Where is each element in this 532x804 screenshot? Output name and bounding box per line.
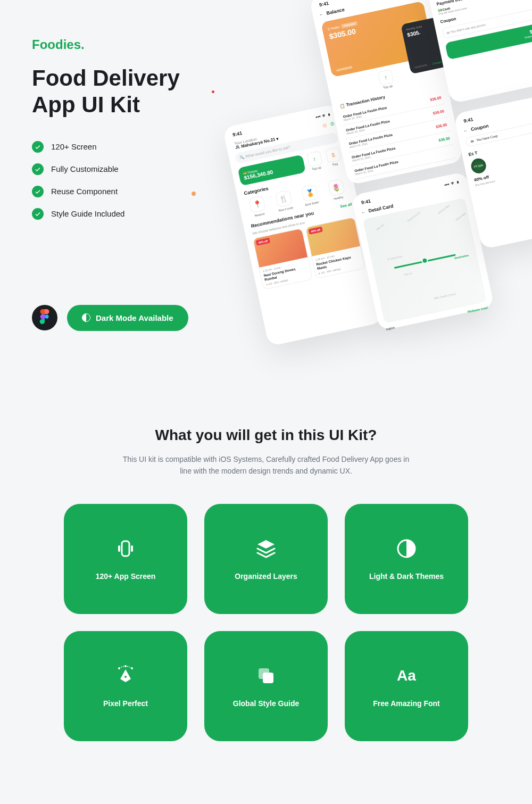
street-label: Villa Ter [375, 223, 385, 231]
coupon-note: You didn't use any promo [450, 23, 486, 34]
tx-price: $36.00 [435, 123, 447, 129]
topup-action[interactable]: ↑Top up [377, 69, 396, 90]
tile-pixel[interactable]: Pixel Perfect [64, 631, 187, 741]
check-icon [32, 186, 44, 197]
feature-label: 120+ Screen [51, 142, 96, 151]
redeem-link[interactable]: Redeem now! [468, 306, 488, 313]
svg-rect-2 [118, 545, 120, 552]
feature-label: Style Guide Included [51, 209, 124, 218]
dark-mode-button[interactable]: Dark Mode Available [67, 305, 188, 331]
tile-label: Free Amazing Font [373, 699, 440, 708]
section-desc: This UI kit is compatible with iOS Syste… [117, 453, 415, 477]
feature-item: Fully Customizable [32, 163, 223, 175]
feature-list: 120+ Screen Fully Customizable Reuse Com… [32, 141, 223, 220]
tile-layers[interactable]: Organized Layers [204, 504, 328, 614]
feature-item: 120+ Screen [32, 141, 223, 153]
cat-name: New Foods [274, 205, 298, 213]
coupon-text: You have Coup [476, 134, 498, 142]
tile-font[interactable]: Aa Free Amazing Font [345, 631, 468, 741]
phone-mockups: 9:41••• ᯤ ▮ Your LocationJl. Mahakarya N… [198, 0, 532, 384]
rec-card[interactable]: 35% off1.02 km · 8 minNasi Goreng Dower,… [253, 228, 313, 289]
map[interactable]: Villa Ter Claremont St Dinuba Ave Mono A… [363, 198, 487, 324]
status-time: 9:41 [232, 130, 243, 138]
card-number: #20405690 [414, 63, 428, 69]
layers-icon [254, 537, 278, 560]
svg-point-7 [131, 667, 133, 669]
tx-price: $38.00 [433, 109, 444, 115]
brand-logo: Foodies. [32, 37, 223, 52]
screen-title: Balance [326, 7, 345, 16]
feature-label: Fully Customizable [51, 164, 119, 173]
street-label: Dinuba Ave [437, 204, 450, 214]
check-icon [32, 208, 44, 220]
status-time: 9:41 [463, 117, 473, 124]
screen-title: Detail Card [368, 203, 394, 214]
discount-badge: 35% off [256, 238, 270, 246]
coupon-partial: oupon [386, 326, 395, 330]
cat-icon: 🏅 [301, 184, 319, 202]
badge-text: PT-15% [473, 163, 484, 169]
tx-price: $36.00 [430, 96, 442, 102]
back-button[interactable]: ← [361, 210, 366, 215]
category-nearest[interactable]: 📍Nearest [244, 195, 271, 219]
cat-name: Healthy [327, 194, 351, 202]
pen-icon [114, 664, 137, 687]
tile-label: Pixel Perfect [103, 699, 148, 708]
status-icons: ••• ᯤ ▮ [444, 179, 460, 188]
feature-item: Reuse Component [32, 186, 223, 197]
topup-icon: ↑ [306, 151, 323, 167]
tile-themes[interactable]: Light & Dark Themes [345, 504, 468, 614]
status-time: 9:41 [319, 1, 329, 8]
svg-rect-1 [122, 541, 129, 556]
status-icons: ••• ᯤ ▮ [315, 112, 331, 120]
figma-icon [39, 309, 50, 326]
feature-item: Style Guide Included [32, 208, 223, 220]
topup-icon: ↑ [378, 69, 394, 86]
tx-price: $36.00 [438, 136, 450, 142]
street-label: Mono Ave [455, 212, 466, 221]
headline: Food Delivery App UI Kit [32, 65, 223, 119]
svg-rect-3 [131, 545, 133, 552]
map-pin [421, 257, 428, 264]
features-section: What you will get in this UI Kit? This U… [0, 384, 532, 762]
back-button[interactable]: ← [319, 12, 324, 17]
tile-label: 120+ App Screen [96, 572, 156, 581]
theme-icon [395, 537, 418, 560]
tile-app-screen[interactable]: 120+ App Screen [64, 504, 187, 614]
figma-badge[interactable] [32, 305, 57, 330]
cat-icon: 📍 [248, 195, 266, 213]
screen-icon [114, 537, 137, 560]
category-best[interactable]: 🏅Best Seller [297, 184, 324, 208]
back-button[interactable]: ← [463, 128, 468, 133]
section-title: What you will get in this UI Kit? [32, 427, 500, 444]
profile-icon[interactable]: ♔ [329, 120, 335, 127]
see-all-link[interactable]: See all [340, 202, 352, 208]
cat-icon: 🌷 [327, 179, 345, 196]
street-label: Elm St [404, 271, 412, 276]
svg-point-0 [45, 315, 48, 319]
category-new[interactable]: 🍴New Foods [270, 189, 297, 213]
half-moon-icon [82, 313, 90, 322]
cta-label: Dark Mode Available [96, 313, 173, 322]
check-icon [32, 141, 44, 153]
copy-icon [254, 664, 278, 687]
rec-card[interactable]: 40% off1.02 km · 12 minRocket Chicken Ka… [305, 217, 365, 278]
street-label: Claremont St [406, 211, 421, 222]
cat-icon: 🍴 [275, 190, 293, 208]
destination-label: Destination [454, 253, 469, 260]
cat-name: Nearest [248, 211, 272, 219]
tile-style-guide[interactable]: Global Style Guide [204, 631, 328, 741]
status-time: 9:41 [361, 198, 371, 206]
pay-icon: $ [325, 147, 342, 163]
cart-icon[interactable]: ⊙ [322, 122, 327, 129]
check-icon [32, 163, 44, 175]
feature-label: Reuse Component [51, 187, 118, 196]
topup-action[interactable]: ↑Top up [305, 151, 325, 171]
tile-label: Organized Layers [235, 572, 297, 581]
discount-badge: 40% off [308, 227, 322, 235]
tile-label: Light & Dark Themes [369, 572, 444, 581]
feature-grid: 120+ App Screen Organized Layers Light &… [64, 504, 468, 741]
card-number: #20405690 [336, 65, 353, 72]
pay-action[interactable]: $Pay [324, 146, 343, 167]
category-healthy[interactable]: 🌷Healthy [323, 178, 350, 202]
